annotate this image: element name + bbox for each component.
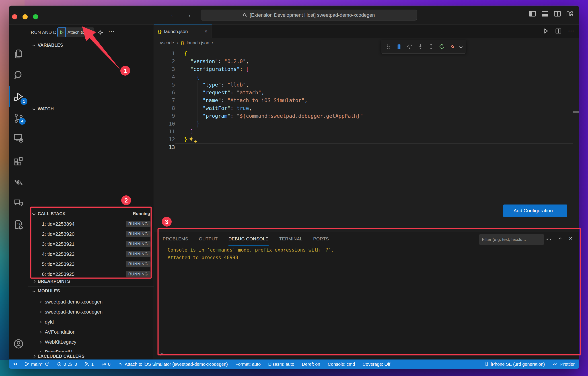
split-editor-icon[interactable]	[555, 28, 562, 34]
extensions-icon[interactable]	[13, 156, 24, 167]
code-line[interactable]: 3 "configurations": [	[154, 65, 573, 73]
panel-tab-bar: PROBLEMSOUTPUTDEBUG CONSOLETERMINALPORTS	[163, 232, 329, 246]
watch-section-header[interactable]: WATCH	[28, 104, 154, 113]
console-mode-indicator[interactable]: Console: cmd	[328, 362, 355, 367]
chevron-down-icon[interactable]	[459, 45, 462, 48]
variables-section-header[interactable]: VARIABLES	[28, 41, 154, 50]
call-stack-row[interactable]: 3: tid=2253921RUNNING	[28, 239, 154, 249]
restart-icon[interactable]	[439, 43, 445, 50]
code-line[interactable]: 9 "program": "${command:sweetpad.debugge…	[154, 112, 573, 120]
accounts-icon[interactable]	[13, 338, 24, 349]
code-line[interactable]: 13	[154, 143, 573, 151]
panel-tab-terminal[interactable]: TERMINAL	[279, 232, 303, 246]
console-filter-input[interactable]	[479, 234, 544, 245]
close-tab-icon[interactable]: ×	[204, 28, 208, 34]
close-panel-icon[interactable]: ×	[569, 236, 572, 241]
breadcrumb[interactable]: .vscode › {} launch.json › ...	[154, 38, 579, 47]
command-center-search[interactable]: [Extension Development Host] sweetpad-de…	[201, 10, 417, 21]
step-into-icon[interactable]	[417, 43, 424, 50]
code-line[interactable]: 7 "name": "Attach to iOS Simulator",	[154, 97, 573, 104]
panel-tab-ports[interactable]: PORTS	[313, 232, 329, 246]
toggle-sidebar-icon[interactable]	[529, 11, 536, 17]
collapse-panel-icon[interactable]	[557, 236, 563, 241]
call-stack-section-header[interactable]: CALL STACK Running	[28, 209, 154, 218]
module-row[interactable]: PassBoardUI	[28, 347, 154, 352]
code-line[interactable]: 2 "version": "0.2.0",	[154, 58, 573, 65]
debug-config-dropdown[interactable]: Attach to iO	[57, 27, 94, 37]
toggle-panel-icon[interactable]	[542, 11, 548, 17]
debug-settings-gear-icon[interactable]	[97, 29, 104, 36]
sweetpad-candy-icon[interactable]	[13, 177, 24, 188]
coverage-indicator[interactable]: Coverage: Off	[363, 362, 390, 367]
scrollbar-handle[interactable]	[573, 111, 579, 113]
breadcrumb-more[interactable]: ...	[216, 40, 220, 45]
debug-session-indicator[interactable]: Attach to iOS Simulator (sweetpad-demo-x…	[118, 362, 228, 367]
debug-toolbar	[381, 40, 466, 54]
line-content: "request": "attach",	[175, 89, 573, 97]
problems-indicator[interactable]: 0 0	[57, 362, 77, 367]
disconnect-icon[interactable]	[449, 43, 456, 50]
module-row[interactable]: sweetpad-demo-xcodegen	[28, 297, 154, 307]
module-row[interactable]: dyld	[28, 317, 154, 327]
code-line[interactable]: 5 "type": "lldb",	[154, 81, 573, 89]
close-window-button[interactable]	[12, 14, 17, 19]
breadcrumb-folder[interactable]: .vscode	[159, 40, 174, 45]
code-line[interactable]: 11 ]	[154, 128, 573, 136]
customize-layout-icon[interactable]	[567, 11, 573, 17]
call-stack-row[interactable]: 5: tid=2253923RUNNING	[28, 259, 154, 269]
format-indicator[interactable]: Format: auto	[235, 362, 261, 367]
remote-indicator[interactable]: ><	[13, 362, 17, 366]
module-row[interactable]: AVFoundation	[28, 327, 154, 337]
modules-section-header[interactable]: MODULES	[28, 286, 154, 295]
run-file-icon[interactable]	[542, 28, 549, 34]
breakpoints-section-header[interactable]: BREAKPOINTS	[28, 277, 154, 286]
module-row[interactable]: WebKitLegacy	[28, 337, 154, 347]
maximize-window-button[interactable]	[33, 14, 38, 19]
cpp-tools-icon[interactable]: C++	[13, 219, 24, 230]
build-tools-indicator[interactable]: 1	[84, 362, 94, 367]
clear-console-icon[interactable]	[546, 236, 551, 241]
code-line[interactable]: 8 "waitFor": true,	[154, 104, 573, 112]
comments-icon[interactable]	[13, 198, 24, 209]
branch-indicator[interactable]: main*	[24, 362, 49, 367]
add-configuration-button[interactable]: Add Configuration...	[503, 204, 567, 217]
remote-explorer-icon[interactable]	[13, 132, 24, 144]
disasm-indicator[interactable]: Disasm: auto	[268, 362, 294, 367]
panel-tab-debug-console[interactable]: DEBUG CONSOLE	[229, 232, 269, 246]
history-back-button[interactable]: ←	[170, 11, 177, 19]
code-editor[interactable]: 1{2 "version": "0.2.0",3 "configurations…	[154, 50, 573, 151]
call-stack-row[interactable]: 4: tid=2253922RUNNING	[28, 249, 154, 259]
code-line[interactable]: 12}	[154, 136, 573, 143]
toggle-secondary-sidebar-icon[interactable]	[554, 11, 561, 17]
formatter-indicator[interactable]: ✓✓ Prettier	[552, 362, 575, 367]
device-indicator[interactable]: iPhone SE (3rd generation)	[484, 362, 545, 367]
code-line[interactable]: 10 }	[154, 120, 573, 128]
code-line[interactable]: 4 {	[154, 73, 573, 81]
explorer-icon[interactable]	[13, 49, 24, 60]
breadcrumb-file[interactable]: launch.json	[187, 40, 209, 45]
call-stack-row[interactable]: 1: tid=2253894RUNNING	[28, 219, 154, 229]
line-content: "program": "${command:sweetpad.debugger.…	[175, 112, 573, 120]
console-prompt-icon[interactable]: >	[160, 351, 164, 357]
module-row[interactable]: sweetpad-demo-xcodegen	[28, 307, 154, 317]
minimize-window-button[interactable]	[22, 14, 28, 19]
broadcast-indicator[interactable]: 0	[101, 362, 110, 367]
pause-icon[interactable]	[396, 43, 402, 50]
breadcrumb-separator: ›	[212, 40, 213, 45]
panel-tab-problems[interactable]: PROBLEMS	[163, 232, 188, 246]
start-debug-button[interactable]	[57, 27, 66, 37]
code-line[interactable]: 6 "request": "attach",	[154, 89, 573, 97]
search-view-icon[interactable]	[13, 70, 24, 81]
excluded-callers-section-header[interactable]: EXCLUDED CALLERS	[28, 352, 154, 361]
tab-launch-json[interactable]: {} launch.json ×	[154, 24, 212, 38]
call-stack-row[interactable]: 2: tid=2253920RUNNING	[28, 229, 154, 239]
sidebar-more-actions-icon[interactable]: ⋯	[108, 27, 115, 35]
step-out-icon[interactable]	[428, 43, 434, 50]
drag-grip-icon[interactable]	[385, 43, 392, 50]
panel-tab-output[interactable]: OUTPUT	[199, 232, 218, 246]
step-over-icon[interactable]	[406, 43, 413, 50]
history-forward-button[interactable]: →	[185, 11, 192, 19]
editor-more-actions-icon[interactable]: ⋯	[568, 28, 574, 34]
deref-indicator[interactable]: Deref: on	[302, 362, 320, 367]
code-line[interactable]: 1{	[154, 50, 573, 58]
